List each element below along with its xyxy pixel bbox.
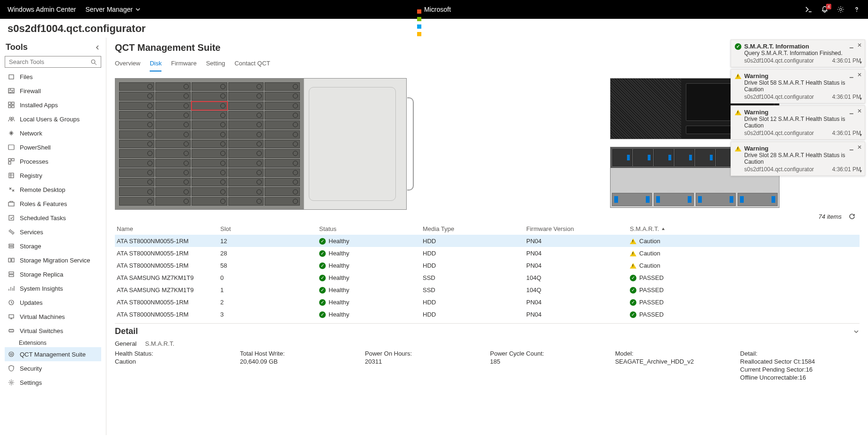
drive-bay[interactable] (155, 187, 191, 196)
drive-bay[interactable] (228, 120, 264, 129)
sidebar-item-services[interactable]: Services (5, 225, 101, 239)
collapse-icon[interactable] (95, 45, 100, 50)
notification-close-icon[interactable]: ✕ (857, 72, 862, 78)
drive-bay[interactable] (119, 130, 154, 139)
drive-bay[interactable] (228, 82, 264, 91)
sidebar-item-storage[interactable]: Storage (5, 239, 101, 253)
drive-bay[interactable] (265, 102, 300, 110)
notification-minimize-icon[interactable]: ▁ (850, 145, 853, 150)
notification-expand-icon[interactable]: ▾ (860, 96, 862, 101)
sidebar-item-settings[interactable]: Settings (5, 375, 101, 389)
sidebar-item-installed-apps[interactable]: Installed Apps (5, 98, 101, 112)
drive-bay[interactable] (265, 120, 300, 129)
tab-overview[interactable]: Overview (115, 57, 140, 72)
drive-bay[interactable] (192, 140, 227, 148)
drive-bay[interactable] (265, 197, 300, 206)
drive-bay[interactable] (119, 178, 154, 186)
detail-tab-s-m-a-r-t-[interactable]: S.M.A.R.T. (145, 340, 174, 347)
column-header-media-type[interactable]: Media Type (423, 225, 526, 232)
drive-bay[interactable] (192, 149, 227, 158)
drive-bay[interactable] (228, 187, 264, 196)
drive-bay[interactable] (228, 92, 264, 100)
sidebar-item-storage-migration-service[interactable]: Storage Migration Service (5, 253, 101, 267)
detail-tab-general[interactable]: General (115, 340, 137, 347)
drive-bay[interactable] (265, 168, 300, 177)
table-row[interactable]: ATA ST8000NM0055-1RM3HealthyHDDPN04PASSE… (115, 308, 860, 320)
column-header-s-m-a-r-t-[interactable]: S.M.A.R.T. (630, 225, 858, 232)
tab-setting[interactable]: Setting (206, 57, 225, 72)
sidebar-item-storage-replica[interactable]: Storage Replica (5, 267, 101, 281)
settings-gear-icon[interactable] (837, 6, 844, 13)
drive-bay[interactable] (228, 140, 264, 148)
drive-bay[interactable] (192, 197, 227, 206)
drive-bay[interactable] (155, 168, 191, 177)
notification-expand-icon[interactable]: ▾ (860, 60, 862, 65)
table-row[interactable]: ATA SAMSUNG MZ7KM1T90HealthySSD104QPASSE… (115, 271, 860, 284)
drive-bay[interactable] (265, 111, 300, 119)
sidebar-item-network[interactable]: Network (5, 126, 101, 140)
table-header[interactable]: NameSlotStatusMedia TypeFirmware Version… (115, 223, 860, 235)
drive-bay[interactable] (228, 159, 264, 167)
drive-bay[interactable] (265, 159, 300, 167)
drive-bay[interactable] (155, 159, 191, 167)
notification-close-icon[interactable]: ✕ (857, 42, 862, 48)
drive-bay[interactable] (119, 159, 154, 167)
drive-bay[interactable] (265, 92, 300, 100)
drive-bay[interactable] (155, 92, 191, 100)
notification-expand-icon[interactable]: ▾ (860, 132, 862, 137)
context-dropdown[interactable]: Server Manager (86, 6, 140, 13)
drive-bay[interactable] (265, 149, 300, 158)
drive-bay[interactable] (192, 82, 227, 91)
column-header-name[interactable]: Name (117, 225, 220, 232)
notifications-icon[interactable]: 4 (821, 6, 828, 13)
drive-bay[interactable] (155, 197, 191, 206)
sidebar-item-system-insights[interactable]: System Insights (5, 281, 101, 295)
drive-bay[interactable] (192, 159, 227, 167)
drive-bay[interactable] (119, 197, 154, 206)
sidebar-item-remote-desktop[interactable]: Remote Desktop (5, 183, 101, 197)
drive-bay[interactable] (228, 149, 264, 158)
drive-bay[interactable] (119, 140, 154, 148)
drive-bay[interactable] (192, 92, 227, 100)
drive-bay[interactable] (119, 168, 154, 177)
drive-bay[interactable] (119, 149, 154, 158)
drive-bay[interactable] (228, 130, 264, 139)
column-header-firmware-version[interactable]: Firmware Version (526, 225, 630, 232)
drive-bay[interactable] (265, 140, 300, 148)
sidebar-item-registry[interactable]: Registry (5, 168, 101, 183)
table-row[interactable]: ATA ST8000NM0055-1RM12HealthyHDDPN04Caut… (115, 235, 860, 247)
drive-bay[interactable] (192, 130, 227, 139)
notification-close-icon[interactable]: ✕ (857, 144, 862, 151)
sidebar-item-qct-management-suite[interactable]: QCT Management Suite (5, 347, 101, 361)
drive-bay[interactable] (119, 187, 154, 196)
sidebar-item-virtual-machines[interactable]: Virtual Machines (5, 310, 101, 324)
detail-collapse-icon[interactable] (853, 328, 860, 335)
drive-bay[interactable] (192, 187, 227, 196)
sidebar-item-roles-features[interactable]: Roles & Features (5, 197, 101, 211)
drive-bay[interactable] (119, 82, 154, 91)
tab-contact-qct[interactable]: Contact QCT (234, 57, 270, 72)
sidebar-item-local-users-groups[interactable]: Local Users & Groups (5, 112, 101, 126)
drive-bay[interactable] (155, 178, 191, 186)
table-row[interactable]: ATA ST8000NM0055-1RM28HealthyHDDPN04Caut… (115, 247, 860, 259)
table-row[interactable]: ATA SAMSUNG MZ7KM1T91HealthySSD104QPASSE… (115, 284, 860, 296)
drive-bay[interactable] (192, 120, 227, 129)
notification-toast[interactable]: ▁✕S.M.A.R.T. InformationQuery S.M.A.R.T.… (731, 40, 865, 67)
drive-bay[interactable] (155, 111, 191, 119)
column-header-status[interactable]: Status (319, 225, 423, 232)
sidebar-item-powershell[interactable]: PowerShell (5, 140, 101, 154)
sidebar-item-scheduled-tasks[interactable]: Scheduled Tasks (5, 211, 101, 225)
drive-bay[interactable] (155, 120, 191, 129)
notification-toast[interactable]: ▁✕WarningDrive Slot 58 S.M.A.R.T Health … (731, 69, 865, 103)
notification-close-icon[interactable]: ✕ (857, 108, 862, 114)
drive-bay[interactable] (192, 178, 227, 186)
drive-bay[interactable] (119, 92, 154, 100)
chassis-diagram[interactable] (115, 78, 407, 210)
notification-minimize-icon[interactable]: ▁ (850, 72, 853, 78)
sidebar-item-virtual-switches[interactable]: Virtual Switches (5, 324, 101, 338)
drive-bay[interactable] (228, 168, 264, 177)
sidebar-item-processes[interactable]: Processes (5, 154, 101, 168)
drive-bay[interactable] (155, 102, 191, 110)
drive-bay[interactable] (192, 102, 227, 110)
sidebar-item-files[interactable]: Files (5, 70, 101, 84)
